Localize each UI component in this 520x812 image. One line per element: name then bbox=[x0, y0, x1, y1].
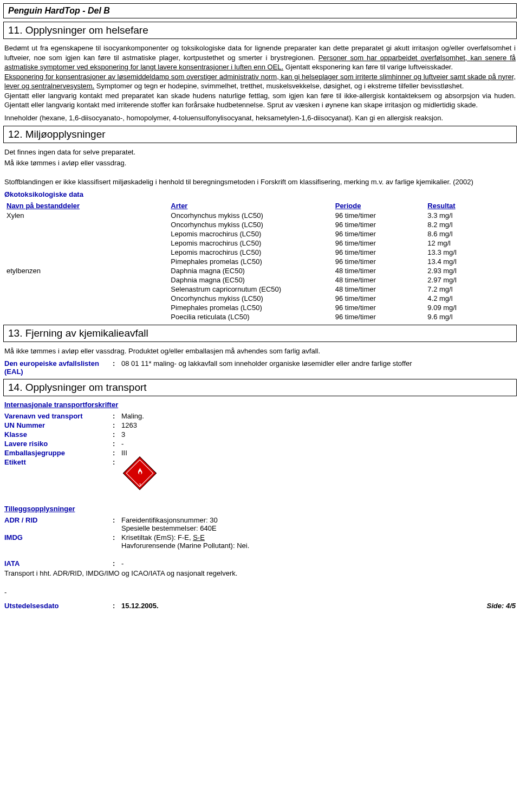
text: Gjentatt eller langvarig kontakt med pre… bbox=[4, 92, 516, 109]
table-row: Lepomis macrochirus (LC50)96 time/timer1… bbox=[4, 248, 518, 257]
cell-name: etylbenzen bbox=[4, 266, 168, 275]
cell-name bbox=[4, 239, 168, 248]
iata-row: IATA : - bbox=[4, 559, 516, 568]
table-row: XylenOncorhynchus mykiss (LC50)96 time/t… bbox=[4, 211, 518, 220]
cell-periode: 48 time/timer bbox=[333, 266, 426, 275]
emballasje-label: Emballasjegruppe bbox=[4, 449, 113, 457]
hazard-class-number: 3 bbox=[139, 482, 141, 487]
table-header-row: Navn på bestanddeler Arter Periode Resul… bbox=[4, 201, 518, 211]
footer-date-label: Utstedelsesdato bbox=[4, 602, 113, 610]
adr-line-2: Spesielle bestemmelser: 640E bbox=[121, 524, 516, 532]
cell-periode: 48 time/timer bbox=[333, 285, 426, 294]
colon: : bbox=[113, 440, 121, 448]
cell-arter: Daphnia magna (EC50) bbox=[168, 275, 333, 285]
un-value: 1263 bbox=[121, 421, 516, 429]
cell-resultat: 13.3 mg/l bbox=[425, 248, 518, 257]
col-name-header: Navn på bestanddeler bbox=[4, 201, 168, 211]
footer-left: Utstedelsesdato : 15.12.2005. bbox=[4, 602, 159, 610]
cell-arter: Oncorhynchus mykiss (LC50) bbox=[168, 294, 333, 303]
imdg-row: IMDG : Krisetiltak (EmS): F-E, S-E Havfo… bbox=[4, 533, 516, 550]
colon: : bbox=[113, 449, 121, 457]
cell-name bbox=[4, 294, 168, 303]
col-resultat-header: Resultat bbox=[425, 201, 518, 211]
cell-periode: 96 time/timer bbox=[333, 248, 426, 257]
varenavn-row: Varenavn ved transport : Maling. bbox=[4, 412, 516, 420]
section-14-heading: Opplysninger om transport bbox=[25, 382, 147, 393]
imdg-line-2: Havforurensende (Marine Pollutant): Nei. bbox=[121, 542, 516, 550]
ecotox-table: Navn på bestanddeler Arter Periode Resul… bbox=[4, 201, 518, 321]
adr-label: ADR / RID bbox=[4, 516, 113, 532]
cell-arter: Selenastrum capricornutum (EC50) bbox=[168, 285, 333, 294]
cell-arter: Lepomis macrochirus (LC50) bbox=[168, 229, 333, 239]
cell-periode: 96 time/timer bbox=[333, 303, 426, 312]
cell-name: Xylen bbox=[4, 211, 168, 220]
section-14-number: 14. bbox=[8, 382, 22, 393]
cell-periode: 96 time/timer bbox=[333, 312, 426, 321]
section-11-paragraph-1: Bedømt ut fra egenskapene til isocyankom… bbox=[4, 43, 516, 110]
col-periode-header: Periode bbox=[333, 201, 426, 211]
lavere-row: Lavere risiko : - bbox=[4, 440, 516, 448]
section-11-number: 11. bbox=[8, 24, 22, 36]
additional-info-title: Tilleggsopplysninger bbox=[4, 505, 516, 513]
lavere-value: - bbox=[121, 440, 516, 448]
table-row: Oncorhynchus mykiss (LC50)96 time/timer4… bbox=[4, 294, 518, 303]
flame-icon bbox=[135, 467, 145, 478]
text: Symptomer og tegn er hodepine, svimmelhe… bbox=[94, 82, 464, 90]
varenavn-label: Varenavn ved transport bbox=[4, 412, 113, 420]
table-row: Daphnia magna (EC50)48 time/timer2.97 mg… bbox=[4, 275, 518, 285]
section-11-heading: Opplysninger om helsefare bbox=[25, 24, 148, 36]
iata-label: IATA bbox=[4, 559, 113, 568]
cell-arter: Lepomis macrochirus (LC50) bbox=[168, 248, 333, 257]
cell-name bbox=[4, 220, 168, 229]
section-12-paragraph-3: Stoffblandingen er ikke klassifisert mil… bbox=[4, 177, 516, 187]
section-12-heading: Miljøopplysninger bbox=[25, 128, 106, 140]
eal-label: Den europeiske avfallslisten (EAL) bbox=[4, 359, 113, 376]
cell-periode: 96 time/timer bbox=[333, 239, 426, 248]
table-row: Pimephales promelas (LC50)96 time/timer1… bbox=[4, 257, 518, 266]
colon: : bbox=[113, 559, 121, 568]
emballasje-value: III bbox=[121, 449, 516, 457]
cell-name bbox=[4, 285, 168, 294]
section-13-number: 13. bbox=[8, 327, 22, 339]
document-title: Penguin HardTop - Del B bbox=[8, 6, 110, 15]
eal-row: Den europeiske avfallslisten (EAL) : 08 … bbox=[4, 359, 516, 376]
cell-arter: Oncorhynchus mykiss (LC50) bbox=[168, 211, 333, 220]
etikett-value: 3 bbox=[121, 458, 516, 488]
cell-arter: Lepomis macrochirus (LC50) bbox=[168, 239, 333, 248]
cell-name bbox=[4, 257, 168, 266]
cell-name bbox=[4, 303, 168, 312]
colon: : bbox=[113, 421, 121, 429]
text-underlined: S-E bbox=[193, 533, 205, 542]
cell-resultat: 7.2 mg/l bbox=[425, 285, 518, 294]
table-row: Selenastrum capricornutum (EC50)48 time/… bbox=[4, 285, 518, 294]
page-number: Side: 4/5 bbox=[487, 602, 516, 610]
adr-row: ADR / RID : Fareidentifikasjonsnummer: 3… bbox=[4, 516, 516, 532]
table-row: Oncorhynchus mykiss (LC50)96 time/timer8… bbox=[4, 220, 518, 229]
cell-name bbox=[4, 275, 168, 285]
intl-transport-title: Internasjonale transportforskrifter bbox=[4, 401, 516, 409]
lavere-label: Lavere risiko bbox=[4, 440, 113, 448]
colon: : bbox=[113, 359, 121, 376]
cell-periode: 96 time/timer bbox=[333, 211, 426, 220]
cell-resultat: 12 mg/l bbox=[425, 239, 518, 248]
table-row: etylbenzenDaphnia magna (EC50)48 time/ti… bbox=[4, 266, 518, 275]
transport-note: Transport i hht. ADR/RID, IMDG/IMO og IC… bbox=[4, 569, 516, 578]
imdg-line-1: Krisetiltak (EmS): F-E, S-E bbox=[121, 533, 516, 542]
cell-name bbox=[4, 312, 168, 321]
un-label: UN Nummer bbox=[4, 421, 113, 429]
cell-periode: 96 time/timer bbox=[333, 220, 426, 229]
page-footer: Utstedelsesdato : 15.12.2005. Side: 4/5 bbox=[4, 602, 516, 610]
hazard-diamond-icon: 3 bbox=[123, 456, 157, 489]
cell-resultat: 9.6 mg/l bbox=[425, 312, 518, 321]
colon: : bbox=[113, 412, 121, 420]
section-12-header: 12. Miljøopplysninger bbox=[3, 126, 517, 143]
footer-date-value: 15.12.2005. bbox=[121, 602, 159, 610]
varenavn-value: Maling. bbox=[121, 412, 516, 420]
cell-arter: Poecilia reticulata (LC50) bbox=[168, 312, 333, 321]
document-title-box: Penguin HardTop - Del B bbox=[3, 3, 517, 18]
etikett-label: Etikett bbox=[4, 458, 113, 488]
cell-arter: Daphnia magna (EC50) bbox=[168, 266, 333, 275]
section-13-paragraph: Må ikke tømmes i avløp eller vassdrag. P… bbox=[4, 346, 516, 356]
section-12-number: 12. bbox=[8, 128, 22, 140]
section-12-line-1: Det finnes ingen data for selve preparat… bbox=[4, 147, 516, 157]
